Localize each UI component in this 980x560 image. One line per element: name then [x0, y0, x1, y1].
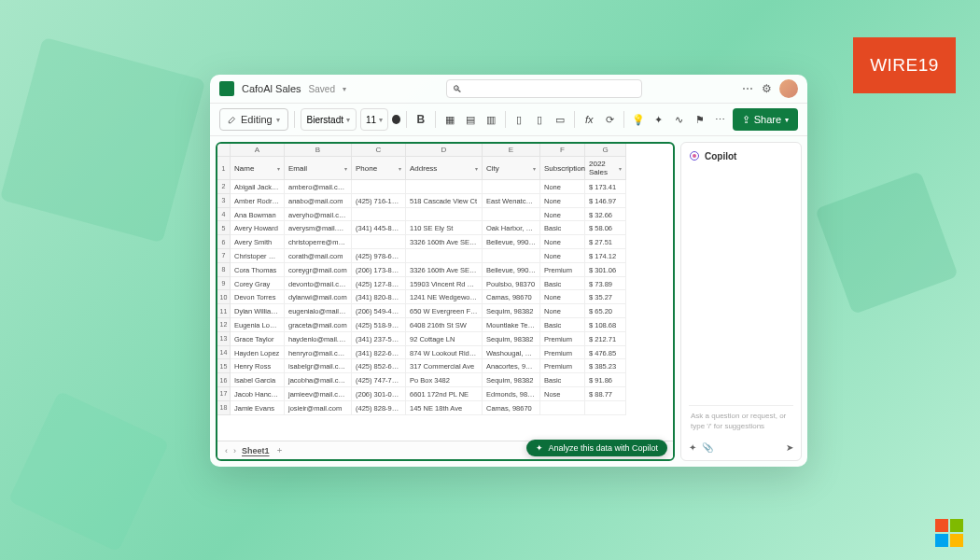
cell-name[interactable]: Hayden Lopez — [231, 346, 285, 360]
bold-button[interactable]: B — [413, 110, 429, 129]
cell-address[interactable]: 15903 Vincent Rd NW — [406, 277, 483, 291]
cell-address[interactable]: 874 W Lookout Ridge Dr — [406, 346, 483, 360]
cell-name[interactable]: Corey Gray — [231, 277, 285, 291]
cell-address[interactable]: 110 SE Ely St — [406, 221, 483, 235]
cell-phone[interactable]: (341) 822-6386 — [352, 346, 406, 360]
cell-address[interactable] — [406, 249, 483, 263]
flag-icon[interactable]: ⚑ — [692, 110, 708, 129]
cell-address[interactable]: 3326 160th Ave SE #100 — [406, 235, 483, 249]
cell-phone[interactable]: (206) 549-4654 — [352, 304, 406, 318]
attachment-icon[interactable]: 📎 — [702, 442, 713, 453]
cell-email[interactable]: anabo@mail.com — [285, 194, 352, 208]
cell-phone[interactable]: (206) 173-8330 — [352, 263, 406, 277]
cell-sales[interactable]: $ 73.89 — [585, 277, 626, 291]
cell-email[interactable]: henryro@mail.com — [285, 346, 352, 360]
cell-sales[interactable]: $ 301.06 — [585, 263, 626, 277]
cell-phone[interactable]: (425) 716-1560 — [352, 194, 406, 208]
cell-sub[interactable]: Premium — [540, 346, 585, 360]
column-header[interactable]: F — [540, 144, 585, 157]
cell-address[interactable]: 6601 172nd PL NE — [406, 387, 483, 401]
cell-name[interactable]: Grace Taylor — [231, 332, 285, 346]
sparkle-icon[interactable]: ✦ — [689, 442, 696, 453]
more-icon[interactable]: ⋯ — [742, 82, 754, 95]
cell-phone[interactable]: (425) 828-9470 — [352, 401, 406, 415]
cell-city[interactable]: Camas, 98670 — [483, 401, 540, 415]
cell-phone[interactable]: (341) 445-8543 — [352, 221, 406, 235]
col2-icon[interactable]: ▯ — [531, 110, 548, 129]
cell-phone[interactable]: (425) 747-7103 — [352, 373, 406, 387]
column-header[interactable]: C — [352, 144, 406, 157]
cell-sales[interactable]: $ 476.85 — [585, 346, 626, 360]
cell-city[interactable] — [483, 249, 540, 263]
cells-icon[interactable]: ▥ — [483, 110, 499, 129]
cell-sub[interactable]: None — [540, 208, 585, 222]
table-header-cell[interactable]: Name▾ — [231, 157, 285, 180]
share-button[interactable]: ⇪ Share ▾ — [733, 108, 798, 131]
cell-phone[interactable]: (341) 820-8550 — [352, 290, 406, 304]
cell-name[interactable]: Christoper Reed — [231, 249, 285, 263]
cell-sales[interactable]: $ 212.71 — [585, 332, 626, 346]
cell-email[interactable]: haydenlo@mail.com — [285, 332, 352, 346]
cell-city[interactable]: Washougal, 98671 — [483, 346, 540, 360]
table-icon[interactable]: ▦ — [441, 110, 458, 129]
cell-city[interactable]: Sequim, 98382 — [483, 304, 540, 318]
cell-email[interactable]: christoperre@mail.com — [285, 235, 352, 249]
next-sheet-button[interactable]: › — [233, 446, 236, 455]
cell-sub[interactable]: Basic — [540, 318, 585, 332]
spreadsheet[interactable]: ABCDEFG1Name▾Email▾Phone▾Address▾City▾Su… — [216, 142, 675, 461]
cell-city[interactable]: Mountlake Terrace, 98043 — [483, 318, 540, 332]
cell-city[interactable]: Bellevue, 99008 — [483, 263, 540, 277]
filter-icon[interactable]: ▾ — [344, 165, 347, 172]
table-header-cell[interactable]: Email▾ — [285, 157, 352, 180]
table-header-cell[interactable]: City▾ — [483, 157, 540, 180]
copilot-input[interactable]: Ask a question or request, or type '/' f… — [689, 405, 793, 437]
cell-name[interactable]: Eugenia Lopez — [231, 318, 285, 332]
cell-email[interactable]: graceta@mail.com — [285, 318, 352, 332]
chart-icon[interactable]: ∿ — [671, 110, 688, 129]
cell-city[interactable]: Sequim, 98382 — [483, 373, 540, 387]
filter-icon[interactable]: ▾ — [399, 165, 401, 172]
cell-city[interactable]: East Wenatchee, 98802 — [483, 194, 540, 208]
cell-sub[interactable]: None — [540, 290, 585, 304]
cell-sub[interactable]: Basic — [540, 221, 585, 235]
cell-sales[interactable]: $ 385.23 — [585, 359, 626, 373]
fx-icon[interactable]: fx — [581, 110, 597, 129]
cell-address[interactable]: 145 NE 18th Ave — [406, 401, 483, 415]
cell-phone[interactable] — [352, 180, 406, 194]
cell-sub[interactable]: Basic — [540, 277, 585, 291]
cell-sales[interactable]: $ 88.77 — [585, 387, 626, 401]
cell-sales[interactable] — [585, 401, 626, 415]
cell-address[interactable] — [406, 180, 483, 194]
search-input[interactable]: 🔍︎ — [446, 79, 642, 98]
filter-icon[interactable]: ▾ — [277, 165, 280, 172]
cell-address[interactable]: 92 Cottage LN — [406, 332, 483, 346]
cell-name[interactable]: Cora Thomas — [231, 263, 285, 277]
cell-name[interactable]: Avery Howard — [231, 221, 285, 235]
cell-city[interactable]: Oak Harbor, 98277 — [483, 221, 540, 235]
cell-address[interactable]: 317 Commercial Ave — [406, 359, 483, 373]
cell-phone[interactable]: (425) 127-8316 — [352, 277, 406, 291]
cell-sub[interactable]: None — [540, 249, 585, 263]
cell-sub[interactable]: None — [540, 194, 585, 208]
cell-address[interactable]: 6408 216th St SW — [406, 318, 483, 332]
cell-email[interactable]: devonto@mail.com — [285, 277, 352, 291]
cell-name[interactable]: Avery Smith — [231, 235, 285, 249]
cell-sales[interactable]: $ 174.12 — [585, 249, 626, 263]
table-header-cell[interactable]: Subscription▾ — [540, 157, 585, 180]
document-title[interactable]: CafoAl Sales — [242, 83, 301, 94]
cell-address[interactable]: 1241 NE Wedgewood Ct — [406, 290, 483, 304]
chevron-down-icon[interactable]: ▾ — [343, 85, 346, 93]
analyze-with-copilot-button[interactable]: ✦ Analyze this data with Copilot — [526, 440, 667, 456]
cell-name[interactable]: Jamie Evans — [231, 401, 285, 415]
cell-sub[interactable]: Nose — [540, 387, 585, 401]
sparkle-icon[interactable]: ✦ — [651, 110, 667, 129]
filter-icon[interactable]: ▾ — [533, 165, 536, 172]
cell-name[interactable]: Henry Ross — [231, 359, 285, 373]
cell-sub[interactable]: Premium — [540, 332, 585, 346]
cell-name[interactable]: Abigail Jackson — [231, 180, 285, 194]
prev-sheet-button[interactable]: ‹ — [225, 446, 228, 455]
send-icon[interactable]: ➤ — [786, 442, 793, 453]
cell-phone[interactable]: (425) 518-9706 — [352, 318, 406, 332]
column-header[interactable]: B — [285, 144, 352, 157]
table-header-cell[interactable]: Phone▾ — [352, 157, 406, 180]
